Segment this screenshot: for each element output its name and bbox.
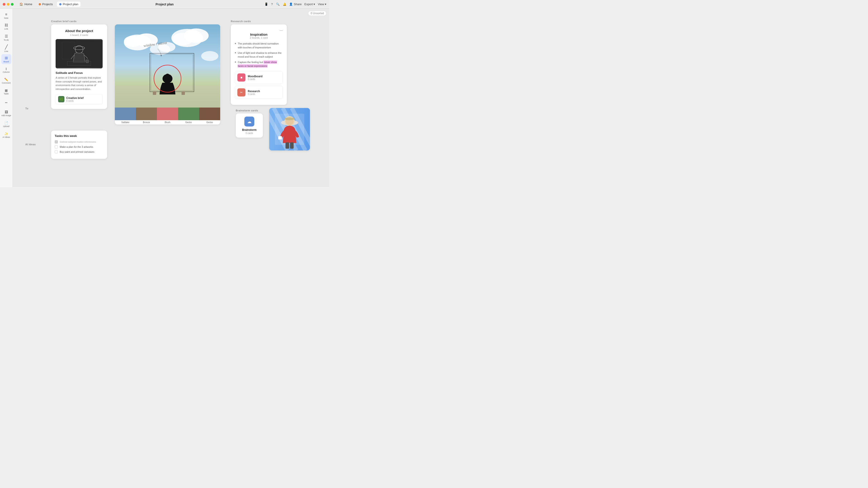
sidebar-item-comment[interactable]: ✏️ Comment [1, 76, 11, 86]
sidebar-item-ai-ideas[interactable]: ✨ AI Ideas [1, 130, 11, 140]
bullet-item-1: Use of light and shadow to enhance the m… [235, 51, 283, 59]
notifications-icon[interactable]: 🔔 [283, 2, 286, 6]
research-title: Research [248, 90, 260, 93]
tab-home[interactable]: 🏠 Home [17, 2, 35, 7]
titlebar-icons: 📱 ? 🔍 🔔 [265, 2, 286, 6]
link-label: Link [4, 28, 8, 30]
project-plan-dot [59, 3, 61, 5]
brief-link-info: Creative brief 0 cards [66, 96, 84, 102]
bullet-dot-2 [235, 61, 236, 63]
sidebar-item-line[interactable]: ╱ Line [1, 43, 11, 53]
research-cards-label: Research cards [231, 20, 251, 23]
unsorted-label: 0 Unsorted [311, 12, 324, 15]
tab-project-plan[interactable]: Project plan [57, 2, 81, 7]
share-button[interactable]: 👤 Share [289, 2, 302, 6]
brainstorm-cards-text: Brainstorm cards [236, 109, 258, 112]
illustration-bg [269, 108, 310, 151]
add-image-label: Add Image [1, 114, 11, 117]
about-project-subtitle: 1 board, 2 cards [56, 34, 103, 36]
brief-link-sub: 0 cards [66, 100, 84, 102]
maximize-button[interactable] [11, 3, 13, 6]
research-icon-symbol: ✂ [240, 91, 243, 94]
table-icon: ▦ [5, 89, 8, 92]
minimize-button[interactable] [7, 3, 9, 6]
minimize-button[interactable]: — [280, 29, 283, 32]
canvas-area: 0 Unsorted About the project 1 board, 2 … [13, 8, 329, 187]
moodboard-sub: 0 cards [248, 78, 262, 80]
sidebar-item-todo[interactable]: ☰ To-do [1, 33, 11, 42]
search-icon[interactable]: 🔍 [276, 2, 280, 6]
tab-projects[interactable]: Projects [36, 2, 55, 7]
research-link[interactable]: ✂ Research 0 cards [235, 86, 283, 99]
share-label: Share [294, 2, 302, 6]
highlight-text: never show faces or facial expressions [238, 61, 277, 68]
bullet-text-0: The portraits should blend surrealism wi… [238, 42, 283, 49]
artwork-title: Solitude and Focus [56, 71, 103, 74]
svg-rect-25 [182, 91, 185, 95]
link-icon: ⛓ [4, 23, 8, 27]
export-arrow: ▾ [313, 2, 315, 6]
task-checkbox-1[interactable] [55, 145, 58, 149]
column-label: Column [3, 71, 10, 73]
svg-rect-38 [290, 142, 293, 149]
sidebar-item-more[interactable]: ••• [1, 98, 11, 107]
line-icon: ╱ [5, 44, 8, 50]
brainstorm-icon: ☁ [244, 117, 254, 127]
export-button[interactable]: Export ▾ [304, 2, 315, 6]
inspiration-card: — Inspiration 2 boards, 1 card The portr… [231, 24, 287, 105]
brainstorm-cards-label: Brainstorm cards [236, 109, 258, 112]
more-icon: ••• [5, 101, 7, 104]
artwork-desc: A series of 3 female portraits that expl… [56, 76, 103, 91]
titlebar: 🏠 Home Projects Project plan Project pla… [0, 0, 329, 8]
close-button[interactable] [3, 3, 5, 6]
sidebar-item-link[interactable]: ⛓ Link [1, 22, 11, 32]
task-item-0: Collect subject matter references [55, 140, 103, 143]
sidebar-item-board[interactable]: ⊞ Board [1, 54, 11, 64]
swatch-color-blush [157, 107, 178, 120]
swatch-label-gecko1: Gecko [178, 120, 199, 125]
svg-point-15 [201, 51, 218, 61]
device-icon[interactable]: 📱 [265, 2, 268, 6]
board-icon: ⊞ [5, 56, 8, 60]
bullet-item-0: The portraits should blend surrealism wi… [235, 42, 283, 49]
todo-label: To-do [4, 39, 9, 41]
research-sub: 0 cards [248, 93, 260, 95]
task-checkbox-2[interactable] [55, 150, 58, 153]
todo-icon: ☰ [5, 34, 8, 38]
export-label: Export [304, 2, 313, 6]
sidebar-item-note[interactable]: ≡ Note [1, 11, 11, 21]
swatch-color-bronze [136, 107, 157, 120]
ai-ideas-floating-label: AI Ideas [25, 143, 36, 146]
color-palette: Saltlake Bronze Blush Gecko Gecko [115, 107, 220, 125]
research-icon: ✂ [237, 88, 246, 96]
home-icon: 🏠 [20, 2, 23, 6]
swatch-saltlake: Saltlake [115, 107, 136, 125]
moodboard-link[interactable]: ■ Moodboard 0 cards [235, 71, 283, 84]
swatch-color-gecko1 [178, 107, 199, 120]
brief-icon: 🌿 [58, 96, 64, 102]
view-arrow: ▾ [325, 2, 327, 6]
sidebar-item-upload[interactable]: 📄 Upload [1, 119, 11, 129]
painting-svg: window / mirror [115, 24, 220, 107]
sidebar-item-add-image[interactable]: 🖼 Add Image [1, 108, 11, 119]
view-button[interactable]: View ▾ [318, 2, 327, 6]
moodboard-icon-symbol: ■ [241, 76, 242, 79]
svg-rect-37 [285, 142, 289, 149]
task-checkbox-0[interactable] [55, 140, 58, 143]
brief-link-title: Creative brief [66, 96, 84, 100]
column-icon: ⫿ [5, 67, 7, 70]
to-floating-text: To [25, 107, 29, 110]
moodboard-title: Moodboard [248, 75, 262, 78]
sidebar-item-table[interactable]: ▦ Table [1, 87, 11, 97]
creative-brief-link[interactable]: 🌿 Creative brief 0 cards [56, 94, 103, 104]
upload-label: Upload [3, 125, 9, 127]
sidebar-item-column[interactable]: ⫿ Column [1, 65, 11, 75]
about-project-title: About the project [56, 29, 103, 33]
comment-icon: ✏️ [4, 78, 8, 81]
svg-rect-36 [278, 136, 282, 139]
brainstorm-card: ☁ Brainstorm 0 cards [236, 113, 263, 138]
help-icon[interactable]: ? [271, 2, 273, 6]
page-title: Project plan [156, 2, 174, 6]
swatch-bronze: Bronze [136, 107, 157, 125]
titlebar-actions: 📱 ? 🔍 🔔 👤 Share Export ▾ View ▾ [265, 2, 327, 6]
